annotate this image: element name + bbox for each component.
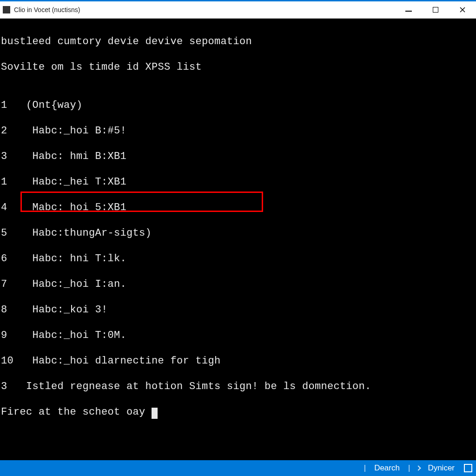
app-icon bbox=[3, 6, 10, 13]
taskbar: | Dearch | Dynicer bbox=[0, 460, 476, 476]
terminal-prompt: Firec at the scheot oay bbox=[1, 406, 152, 418]
terminal-line: 1 Habc:_hei T:XB1 bbox=[1, 176, 475, 189]
maximize-icon bbox=[433, 7, 438, 13]
terminal-line: 1 (Ont{way) bbox=[1, 99, 475, 112]
terminal-line: 4 Mabc: hoi 5:XB1 bbox=[1, 201, 475, 214]
maximize-button[interactable] bbox=[422, 1, 449, 18]
cursor bbox=[152, 408, 158, 419]
window-title: Clio in Vocet (nuctisns) bbox=[14, 6, 80, 13]
terminal-line: bustleed cumtory devie devive sepomation bbox=[1, 35, 475, 48]
titlebar-left: Clio in Vocet (nuctisns) bbox=[0, 6, 80, 13]
terminal-prompt-line: Firec at the scheot oay bbox=[1, 406, 475, 419]
taskbar-separator: | bbox=[408, 463, 410, 473]
taskbar-tray-icon[interactable] bbox=[464, 464, 472, 472]
terminal-line: 3 Habc: hmi B:XB1 bbox=[1, 150, 475, 163]
close-button[interactable] bbox=[449, 1, 476, 18]
taskbar-dynicer[interactable]: Dynicer bbox=[425, 463, 457, 474]
terminal-line: 5 Habc:thungAr-sigts) bbox=[1, 227, 475, 240]
terminal-line: 9 Habc:_hoi T:0M. bbox=[1, 329, 475, 342]
minimize-icon bbox=[405, 11, 412, 12]
terminal-line: Sovilte om ls timde id XPSS list bbox=[1, 61, 475, 74]
minimize-button[interactable] bbox=[395, 1, 422, 18]
window-titlebar: Clio in Vocet (nuctisns) bbox=[0, 0, 476, 19]
window-controls bbox=[395, 1, 476, 18]
taskbar-separator: | bbox=[364, 463, 366, 473]
close-icon bbox=[460, 7, 465, 13]
terminal-line: 3 Istled regnease at hotion Simts sign! … bbox=[1, 380, 475, 393]
terminal-line: 7 Habc:_hoi I:an. bbox=[1, 278, 475, 291]
terminal-line: 2 Habc:_hoi B:#5! bbox=[1, 125, 475, 138]
taskbar-search[interactable]: Dearch bbox=[371, 463, 403, 474]
terminal-line: 6 Habc: hni T:lk. bbox=[1, 252, 475, 265]
terminal-line: 10 Habc:_hoi dlarnectine for tigh bbox=[1, 355, 475, 368]
terminal-line: 8 Habc:_koi 3! bbox=[1, 304, 475, 317]
terminal-output[interactable]: bustleed cumtory devie devive sepomation… bbox=[0, 19, 476, 460]
chevron-right-icon bbox=[416, 465, 421, 470]
